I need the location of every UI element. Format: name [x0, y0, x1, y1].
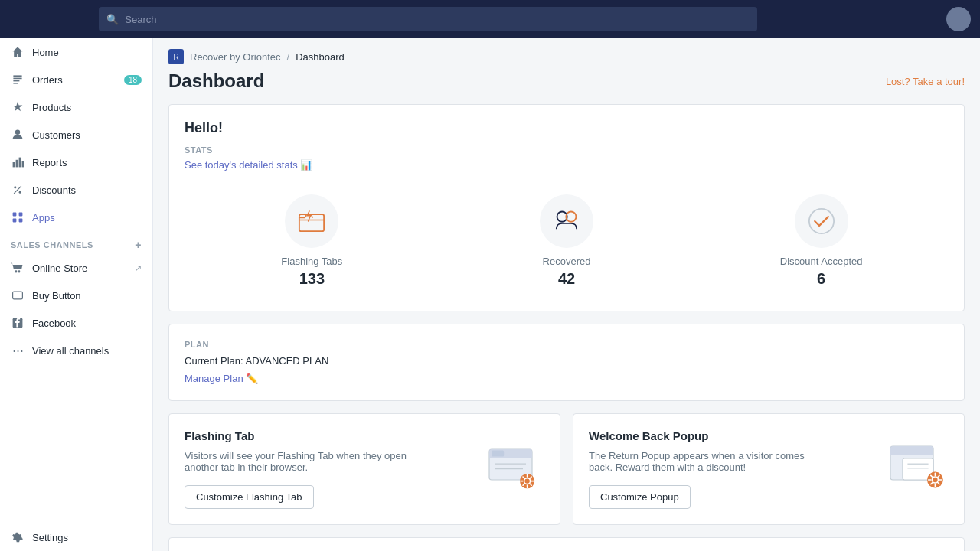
- layout: Home Orders 18 Products Customers: [0, 38, 980, 551]
- feature-desc-flashing-tab: Visitors will see your Flashing Tab when…: [185, 450, 419, 473]
- general-options-card: General Options Configure: [168, 537, 965, 551]
- breadcrumb-app-name: Recover by Oriontec: [190, 51, 281, 63]
- sidebar-label-apps: Apps: [32, 212, 55, 223]
- dashboard-header: Dashboard Lost? Take a tour!: [168, 70, 965, 92]
- sidebar-item-orders[interactable]: Orders 18: [0, 66, 152, 93]
- tour-link[interactable]: Lost? Take a tour!: [886, 76, 965, 87]
- svg-point-10: [19, 191, 21, 194]
- app-icon: R: [168, 49, 184, 64]
- breadcrumb-separator: /: [287, 51, 290, 63]
- hello-text: Hello!: [185, 120, 949, 136]
- external-link-icon: ↗: [135, 263, 142, 273]
- facebook-icon: [11, 316, 24, 330]
- stats-label: STATS: [185, 145, 949, 155]
- svg-point-9: [14, 186, 16, 188]
- stats-grid: Flashing Tabs 133 Recovered: [185, 187, 949, 295]
- sidebar-item-settings[interactable]: Settings: [0, 523, 152, 551]
- plan-text: Current Plan: ADVANCED PLAN: [185, 355, 949, 367]
- customize-flashing-tab-button[interactable]: Customize Flashing Tab: [185, 485, 314, 509]
- discount-icon-wrap: [795, 194, 848, 248]
- recovered-icon: [550, 204, 583, 238]
- dashboard: Dashboard Lost? Take a tour! Hello! STAT…: [153, 70, 980, 551]
- avatar[interactable]: [946, 7, 971, 31]
- more-icon: ⋯: [11, 344, 24, 357]
- store-icon: [11, 261, 24, 275]
- sidebar-item-buy-button[interactable]: Buy Button: [0, 282, 152, 309]
- sidebar-item-apps[interactable]: Apps: [0, 204, 152, 231]
- svg-point-24: [809, 209, 834, 233]
- sidebar-item-online-store[interactable]: Online Store ↗: [0, 254, 152, 282]
- svg-rect-28: [492, 451, 504, 457]
- svg-rect-35: [890, 452, 933, 455]
- sidebar: Home Orders 18 Products Customers: [0, 38, 153, 551]
- feature-desc-welcome-popup: The Return Popup appears when a visitor …: [589, 450, 823, 473]
- svg-point-4: [15, 130, 20, 135]
- sidebar-item-products[interactable]: Products: [0, 93, 152, 121]
- products-icon: [11, 100, 24, 114]
- sidebar-item-reports[interactable]: Reports: [0, 148, 152, 176]
- settings-icon: [11, 530, 24, 544]
- settings-label: Settings: [32, 532, 68, 543]
- pencil-icon: ✏️: [246, 373, 258, 384]
- sidebar-label-orders: Orders: [32, 74, 63, 86]
- sidebar-item-view-all-channels[interactable]: ⋯ View all channels: [0, 337, 152, 364]
- sidebar-label-facebook: Facebook: [32, 318, 76, 329]
- stat-name-discount-accepted: Discount Accepted: [780, 256, 863, 267]
- search-input[interactable]: [99, 7, 757, 31]
- orders-badge: 18: [124, 75, 142, 85]
- plan-card: PLAN Current Plan: ADVANCED PLAN Manage …: [168, 324, 965, 401]
- manage-plan-link[interactable]: Manage Plan ✏️: [185, 373, 258, 384]
- svg-rect-6: [16, 160, 18, 168]
- svg-rect-15: [19, 219, 23, 223]
- stat-flashing-tabs: Flashing Tabs 133: [185, 187, 439, 295]
- svg-rect-14: [13, 219, 17, 223]
- svg-rect-7: [19, 158, 21, 168]
- buy-button-icon: [11, 289, 24, 302]
- svg-rect-12: [13, 213, 17, 217]
- sidebar-item-home[interactable]: Home: [0, 38, 152, 66]
- svg-rect-1: [13, 78, 21, 80]
- search-icon: 🔍: [106, 14, 119, 25]
- discount-accepted-icon: [805, 204, 838, 238]
- discounts-icon: [11, 183, 24, 197]
- feature-card-flashing-tab: Flashing Tab Visitors will see your Flas…: [168, 413, 560, 525]
- sidebar-label-reports: Reports: [32, 157, 67, 168]
- sidebar-item-facebook[interactable]: Facebook: [0, 309, 152, 337]
- feature-card-welcome-popup: Welcome Back Popup The Return Popup appe…: [573, 413, 965, 525]
- breadcrumb-current: Dashboard: [296, 51, 345, 63]
- svg-rect-0: [13, 75, 21, 77]
- sidebar-label-online-store: Online Store: [32, 262, 87, 274]
- svg-rect-13: [19, 213, 23, 217]
- customize-popup-button[interactable]: Customize Popup: [589, 485, 691, 509]
- sidebar-label-home: Home: [32, 47, 59, 58]
- customers-icon: [11, 128, 24, 142]
- sidebar-label-discounts: Discounts: [32, 184, 76, 196]
- sales-channels-header: SALES CHANNELS +: [0, 231, 152, 254]
- page-title: Dashboard: [168, 70, 264, 92]
- sales-channels-label: SALES CHANNELS: [11, 240, 93, 249]
- sidebar-label-buy-button: Buy Button: [32, 290, 81, 302]
- home-icon: [11, 45, 24, 59]
- stat-name-recovered: Recovered: [543, 256, 591, 267]
- sidebar-item-discounts[interactable]: Discounts: [0, 176, 152, 204]
- main-content: R Recover by Oriontec / Dashboard Dashbo…: [153, 38, 980, 551]
- see-stats-link[interactable]: See today's detailed stats 📊: [185, 159, 312, 171]
- sidebar-item-customers[interactable]: Customers: [0, 121, 152, 148]
- apps-icon: [11, 210, 24, 224]
- flashing-tab-feature-icon: [483, 441, 544, 497]
- recovered-icon-wrap: [540, 194, 593, 248]
- flashing-tabs-icon-wrap: [285, 194, 338, 248]
- stat-value-discount-accepted: 6: [817, 270, 825, 288]
- stats-card: Hello! STATS See today's detailed stats …: [168, 104, 965, 311]
- welcome-popup-feature-icon: [887, 441, 949, 497]
- sidebar-label-customers: Customers: [32, 129, 80, 141]
- add-channel-icon[interactable]: +: [135, 239, 142, 251]
- svg-rect-16: [15, 270, 17, 272]
- plan-label: PLAN: [185, 340, 949, 349]
- breadcrumb: R Recover by Oriontec / Dashboard: [153, 38, 980, 70]
- svg-rect-18: [13, 292, 23, 299]
- topbar: 🔍: [0, 0, 980, 38]
- svg-rect-5: [13, 162, 15, 167]
- svg-rect-3: [13, 83, 18, 84]
- svg-rect-2: [13, 80, 19, 82]
